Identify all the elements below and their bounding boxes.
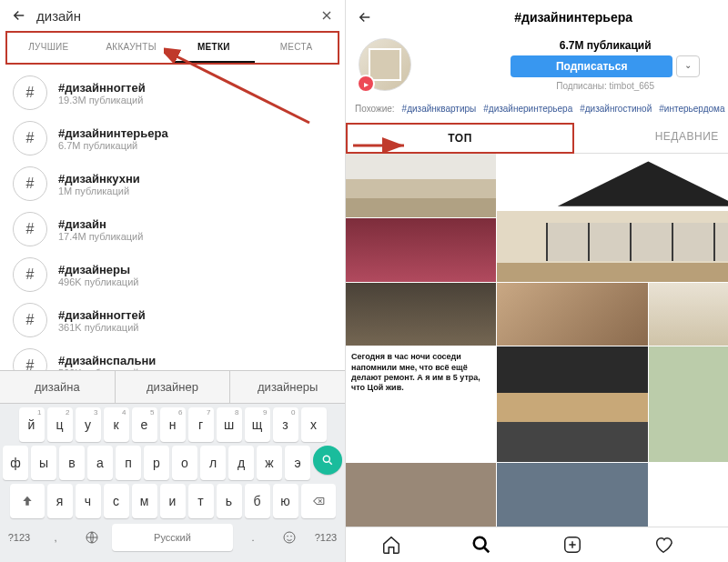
related-tag[interactable]: #интерьердома bbox=[659, 104, 724, 114]
key-ы[interactable]: ы bbox=[31, 446, 56, 480]
post-thumbnail[interactable] bbox=[649, 346, 728, 462]
post-thumbnail[interactable] bbox=[497, 346, 647, 462]
hashtag-name: #дизайн bbox=[58, 217, 143, 231]
key-ц[interactable]: ц2 bbox=[47, 407, 73, 442]
keyboard: й1ц2у3к4е5н6г7ш8щ9з0х фывапролджэ ячсмит… bbox=[0, 404, 345, 562]
publication-count: 6.7M публикаций bbox=[424, 39, 728, 52]
list-item[interactable]: # #дизайн 17.4M публикаций bbox=[0, 206, 345, 252]
key-в[interactable]: в bbox=[59, 446, 85, 480]
key-space[interactable]: Русский bbox=[112, 524, 233, 551]
key-о[interactable]: о bbox=[172, 446, 197, 480]
tab-tags[interactable]: МЕТКИ bbox=[173, 33, 256, 63]
key-ш[interactable]: ш8 bbox=[217, 407, 242, 442]
post-thumbnail[interactable]: Сегодня в час ночи соседи напомнили мне,… bbox=[346, 346, 496, 462]
tab-top[interactable]: ЛУЧШИЕ bbox=[7, 33, 90, 63]
key-ч[interactable]: ч bbox=[76, 484, 101, 518]
list-item-text: #дизайнеры 496K публикаций bbox=[58, 263, 138, 287]
emoji-icon[interactable] bbox=[273, 522, 306, 553]
key-й[interactable]: й1 bbox=[19, 407, 45, 442]
tab-places[interactable]: МЕСТА bbox=[255, 33, 338, 63]
post-thumbnail[interactable] bbox=[497, 283, 647, 346]
key-п[interactable]: п bbox=[116, 446, 141, 480]
subscribe-button[interactable]: Подписаться bbox=[511, 55, 672, 77]
key-д[interactable]: д bbox=[228, 446, 254, 480]
tab-accounts[interactable]: АККАУНТЫ bbox=[90, 33, 173, 63]
backspace-icon[interactable] bbox=[301, 484, 336, 518]
key-н[interactable]: н6 bbox=[160, 407, 186, 442]
list-item-text: #дизайнкухни 1M публикаций bbox=[58, 172, 140, 196]
globe-icon[interactable] bbox=[76, 522, 108, 553]
list-item[interactable]: # #дизайнногтей 19.3M публикаций bbox=[0, 70, 345, 115]
list-item-text: #дизайнспальни 569K публикаций bbox=[58, 354, 156, 371]
key-щ[interactable]: щ9 bbox=[245, 407, 270, 442]
list-item[interactable]: # #дизайнеры 496K публикаций bbox=[0, 252, 345, 297]
suggestion[interactable]: дизайна bbox=[0, 371, 116, 403]
list-item[interactable]: # #дизайнкухни 1M публикаций bbox=[0, 161, 345, 206]
story-badge-icon[interactable]: ▸ bbox=[357, 75, 375, 93]
hashtag-count: 496K публикаций bbox=[58, 276, 138, 287]
key-х[interactable]: х bbox=[301, 407, 327, 442]
hashtag-count: 6.7M публикаций bbox=[58, 140, 168, 151]
key-г[interactable]: г7 bbox=[188, 407, 214, 442]
key-р[interactable]: р bbox=[144, 446, 169, 480]
list-item[interactable]: # #дизайнспальни 569K публикаций bbox=[0, 343, 345, 370]
post-thumbnail[interactable] bbox=[497, 154, 728, 282]
shift-icon[interactable] bbox=[10, 484, 45, 518]
heart-icon[interactable] bbox=[653, 535, 673, 555]
search-enter-icon[interactable] bbox=[313, 446, 342, 475]
key-ю[interactable]: ю bbox=[273, 484, 298, 518]
post-thumbnail[interactable] bbox=[346, 218, 496, 282]
key-comma[interactable]: , bbox=[39, 522, 72, 553]
key-ь[interactable]: ь bbox=[217, 484, 242, 518]
clear-icon[interactable] bbox=[319, 8, 334, 23]
add-icon[interactable] bbox=[562, 535, 582, 555]
search-input[interactable] bbox=[36, 8, 310, 24]
key-м[interactable]: м bbox=[132, 484, 157, 518]
related-tag[interactable]: #дизайнеринтерьера bbox=[483, 104, 572, 114]
tab-top-posts[interactable]: ТОП bbox=[346, 123, 574, 154]
key-л[interactable]: л bbox=[200, 446, 226, 480]
svg-point-9 bbox=[474, 537, 486, 549]
related-tag[interactable]: #дизайнгостиной bbox=[580, 104, 652, 114]
left-panel: ЛУЧШИЕ АККАУНТЫ МЕТКИ МЕСТА # #дизайнног… bbox=[0, 0, 346, 562]
hashtag-count: 1M публикаций bbox=[58, 186, 140, 196]
key-ф[interactable]: ф bbox=[3, 446, 28, 480]
post-thumbnail[interactable] bbox=[346, 283, 496, 346]
chevron-down-icon[interactable]: ⌄ bbox=[676, 55, 700, 77]
subscribe-row: Подписаться ⌄ bbox=[424, 55, 728, 77]
key-period[interactable]: . bbox=[237, 522, 269, 553]
hashtag-name: #дизайнеры bbox=[58, 263, 138, 276]
key-numlayer[interactable]: ?123 bbox=[3, 522, 35, 553]
key-и[interactable]: и bbox=[160, 484, 186, 518]
hashtag-count: 19.3M публикаций bbox=[58, 95, 146, 105]
list-item[interactable]: # #дизайнинтерьера 6.7M публикаций bbox=[0, 115, 345, 161]
hashtag-name: #дизайнногтей bbox=[58, 308, 146, 322]
back-icon[interactable] bbox=[357, 9, 373, 25]
suggestion[interactable]: дизайнер bbox=[116, 371, 231, 403]
tab-recent-posts[interactable]: НЕДАВНИЕ bbox=[574, 123, 728, 154]
key-у[interactable]: у3 bbox=[76, 407, 101, 442]
suggestion[interactable]: дизайнеры bbox=[230, 371, 345, 403]
post-thumbnail[interactable] bbox=[346, 154, 496, 217]
back-icon[interactable] bbox=[11, 7, 27, 24]
hashtag-header: #дизайнинтерьера bbox=[346, 0, 728, 35]
home-icon[interactable] bbox=[381, 535, 401, 555]
key-с[interactable]: с bbox=[104, 484, 129, 518]
key-з[interactable]: з0 bbox=[273, 407, 298, 442]
key-numlayer-right[interactable]: ?123 bbox=[309, 522, 342, 553]
key-э[interactable]: э bbox=[285, 446, 310, 480]
key-а[interactable]: а bbox=[87, 446, 113, 480]
list-item-text: #дизайнинтерьера 6.7M публикаций bbox=[58, 126, 168, 151]
key-б[interactable]: б bbox=[245, 484, 270, 518]
key-к[interactable]: к4 bbox=[104, 407, 129, 442]
key-т[interactable]: т bbox=[188, 484, 214, 518]
key-ж[interactable]: ж bbox=[257, 446, 282, 480]
list-item[interactable]: # #дизайнногтей 361K публикаций bbox=[0, 297, 345, 343]
post-thumbnail[interactable] bbox=[497, 463, 647, 527]
post-thumbnail[interactable] bbox=[346, 463, 496, 527]
key-я[interactable]: я bbox=[47, 484, 73, 518]
key-е[interactable]: е5 bbox=[132, 407, 157, 442]
related-tag[interactable]: #дизайнквартиры bbox=[402, 104, 477, 114]
post-thumbnail[interactable] bbox=[649, 283, 728, 346]
search-icon[interactable] bbox=[471, 535, 491, 555]
